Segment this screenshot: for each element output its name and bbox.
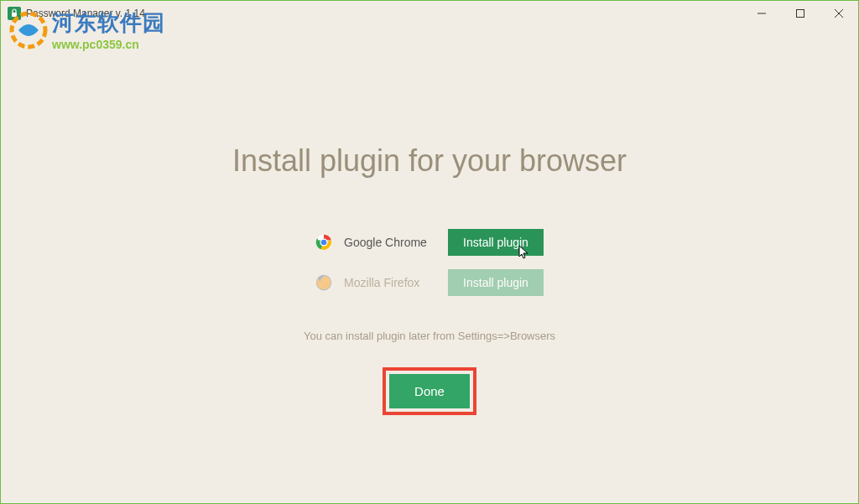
window-controls [742,1,858,26]
titlebar: Password Manager v. 1.14 [1,1,858,26]
svg-rect-3 [797,10,804,18]
done-button[interactable]: Done [389,374,470,408]
content-area: Install plugin for your browser Google C… [1,26,858,415]
app-window: Password Manager v. 1.14 Install plugin … [0,0,859,504]
browser-name-label: Google Chrome [344,236,436,249]
close-button[interactable] [820,1,858,26]
svg-point-8 [321,240,327,246]
hint-text: You can install plugin later from Settin… [304,330,555,342]
page-title: Install plugin for your browser [232,143,627,179]
firefox-icon [315,274,332,291]
done-highlight: Done [383,367,476,415]
svg-rect-1 [12,13,17,17]
chrome-icon [315,234,332,251]
browser-name-label: Mozilla Firefox [344,276,436,289]
install-plugin-chrome-button[interactable]: Install plugin [448,229,544,256]
browser-row-firefox: Mozilla Firefox Install plugin [315,269,544,296]
browser-list: Google Chrome Install plugin Mozilla Fir… [315,229,544,296]
titlebar-left: Password Manager v. 1.14 [8,7,145,20]
maximize-button[interactable] [781,1,820,26]
window-title: Password Manager v. 1.14 [26,8,145,19]
app-icon [8,7,21,20]
install-plugin-firefox-button[interactable]: Install plugin [448,269,544,296]
minimize-button[interactable] [742,1,781,26]
browser-row-chrome: Google Chrome Install plugin [315,229,544,256]
